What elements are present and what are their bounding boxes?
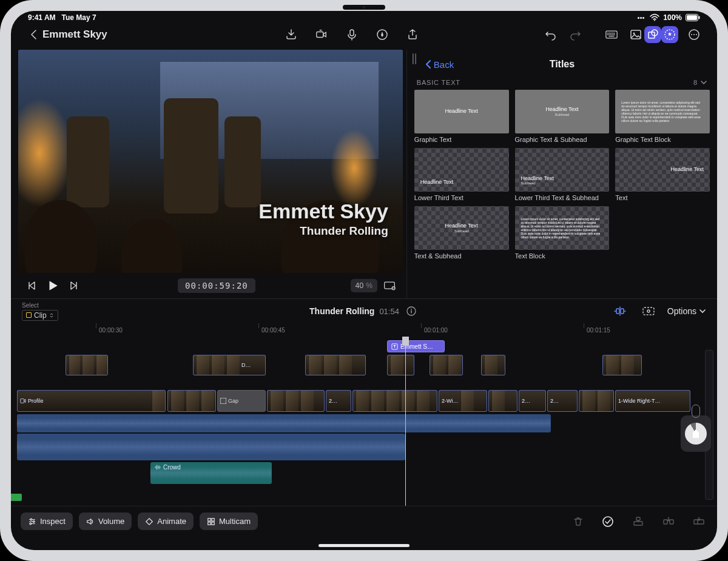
insert-button[interactable]	[660, 514, 677, 529]
title-tile-graphic-text-subhead[interactable]: Headline TextSubheadGraphic Text & Subhe…	[515, 90, 610, 143]
jog-dial	[685, 423, 707, 445]
primary-clip[interactable]	[352, 390, 437, 412]
title-tile-lower-third-text[interactable]: Headline TextLower Third Text	[414, 148, 509, 201]
connected-clip[interactable]	[305, 355, 366, 375]
title-tile-graphic-text-block[interactable]: Lorem ipsum dolor sit amet, consectetur …	[615, 90, 710, 143]
screen: 9:41 AM Tue May 7 100% Emmett Skyy	[11, 11, 717, 550]
section-toggle[interactable]: 8	[693, 79, 707, 86]
title-tile-text[interactable]: Headline TextText	[615, 148, 710, 201]
primary-clip-profile[interactable]: Profile	[17, 390, 166, 412]
title-clip[interactable]: Emmett S…	[387, 340, 445, 352]
gap-clip[interactable]: Gap	[217, 390, 266, 412]
undo-button[interactable]	[542, 26, 559, 43]
keyboard-button[interactable]	[603, 26, 620, 43]
content-browser-button[interactable]	[644, 26, 661, 43]
browser-panel: Back Titles BASIC TEXT 8 Headline TextGr…	[406, 50, 717, 298]
status-date: Tue May 7	[62, 13, 96, 22]
timeline-tracks[interactable]: Emmett S… D… Profile Gap	[11, 337, 717, 506]
zoom-value: 40	[356, 281, 363, 290]
phone-icon	[692, 405, 700, 418]
connect-clip-icon	[632, 516, 644, 527]
svg-point-18	[392, 287, 395, 290]
skip-back-icon	[25, 280, 38, 292]
connected-clip[interactable]: D…	[193, 355, 266, 375]
marker[interactable]	[11, 494, 22, 501]
redo-button[interactable]	[567, 26, 584, 43]
svg-rect-36	[634, 522, 642, 525]
navbar: Emmett Skyy	[11, 22, 717, 50]
audience	[24, 200, 97, 273]
timecode-display[interactable]: 00:00:59:20	[178, 278, 255, 293]
photos-browser-button[interactable]	[627, 26, 644, 43]
play-icon	[46, 279, 59, 292]
jog-wheel-tool[interactable]	[681, 415, 711, 452]
connect-button[interactable]	[630, 514, 647, 529]
draw-button[interactable]	[374, 26, 391, 43]
timeline-ruler[interactable]: 00:00:30 00:00:45 00:01:00 00:01:15	[11, 323, 717, 337]
home-indicator[interactable]	[318, 544, 410, 547]
play-button[interactable]	[44, 277, 62, 295]
camera-button[interactable]	[313, 26, 330, 43]
volume-button[interactable]: Volume	[79, 512, 132, 530]
musician	[164, 98, 218, 213]
title-tile-lower-third-text-subhead[interactable]: Headline TextSubheadLower Third Text & S…	[515, 148, 610, 201]
audio-primary-2[interactable]	[17, 434, 405, 460]
connected-clip[interactable]	[602, 355, 642, 375]
inspect-button[interactable]: Inspect	[21, 512, 73, 530]
primary-clip[interactable]: 2…	[326, 390, 351, 412]
ai-browser-button[interactable]	[661, 26, 678, 43]
svg-rect-27	[21, 399, 24, 403]
connected-clip[interactable]	[387, 355, 414, 375]
primary-clip[interactable]	[579, 390, 614, 412]
primary-clip[interactable]: 2-Wi…	[439, 390, 487, 412]
primary-clip[interactable]	[488, 390, 517, 412]
connected-clip[interactable]	[430, 355, 463, 375]
viewer-canvas[interactable]: Emmett Skyy Thunder Rolling	[18, 50, 403, 273]
audio-primary-1[interactable]	[17, 414, 551, 432]
skip-forward-icon	[68, 280, 80, 292]
check-circle-icon	[602, 516, 614, 528]
connected-clip[interactable]	[481, 355, 505, 375]
playhead[interactable]	[405, 337, 406, 506]
back-button[interactable]	[25, 26, 42, 43]
voiceover-button[interactable]	[343, 26, 360, 43]
primary-clip[interactable]: 2…	[547, 390, 578, 412]
svg-rect-4	[317, 32, 323, 37]
star-orbit-icon	[664, 29, 676, 41]
animate-button[interactable]: Animate	[138, 512, 194, 530]
svg-rect-34	[212, 522, 214, 524]
bottom-toolbar: Inspect Volume Animate Multicam	[11, 506, 717, 536]
view-options-button[interactable]	[381, 277, 398, 294]
keyframe-icon	[145, 517, 153, 526]
primary-clip[interactable]: 2…	[519, 390, 546, 412]
audio-clip-crowd[interactable]: Crowd	[150, 462, 272, 484]
overwrite-button[interactable]	[690, 514, 707, 529]
section-count: 8	[693, 79, 698, 86]
import-button[interactable]	[283, 26, 300, 43]
title-tile-text-block[interactable]: Lorem ipsum dolor sit amet, consectetur …	[515, 206, 610, 260]
multitasking-dots-icon[interactable]	[638, 17, 646, 19]
redo-icon	[569, 29, 581, 41]
share-icon	[406, 29, 419, 41]
enable-button[interactable]	[599, 513, 616, 530]
browser-title: Titles	[407, 59, 717, 70]
title-tile-text-subhead[interactable]: Headline TextSubheadText & Subhead	[414, 206, 509, 260]
primary-clip[interactable]	[267, 390, 325, 412]
video-icon	[20, 398, 26, 404]
svg-rect-32	[212, 518, 214, 520]
next-frame-button[interactable]	[66, 277, 83, 294]
connected-clip[interactable]	[66, 355, 108, 375]
delete-button[interactable]	[570, 514, 586, 529]
lamp-glow	[18, 98, 73, 207]
share-button[interactable]	[404, 26, 421, 43]
multicam-button[interactable]: Multicam	[200, 512, 258, 530]
zoom-control[interactable]: 40 %	[351, 279, 377, 292]
project-info-button[interactable]	[404, 304, 419, 318]
primary-clip[interactable]	[167, 390, 216, 412]
title-tile-graphic-text[interactable]: Headline TextGraphic Text	[414, 90, 509, 143]
prev-frame-button[interactable]	[23, 277, 40, 294]
camera-notch	[343, 5, 385, 10]
primary-clip[interactable]: 1-Wide Right-T…	[615, 390, 690, 412]
more-button[interactable]	[686, 26, 703, 43]
microphone-icon	[346, 29, 358, 41]
